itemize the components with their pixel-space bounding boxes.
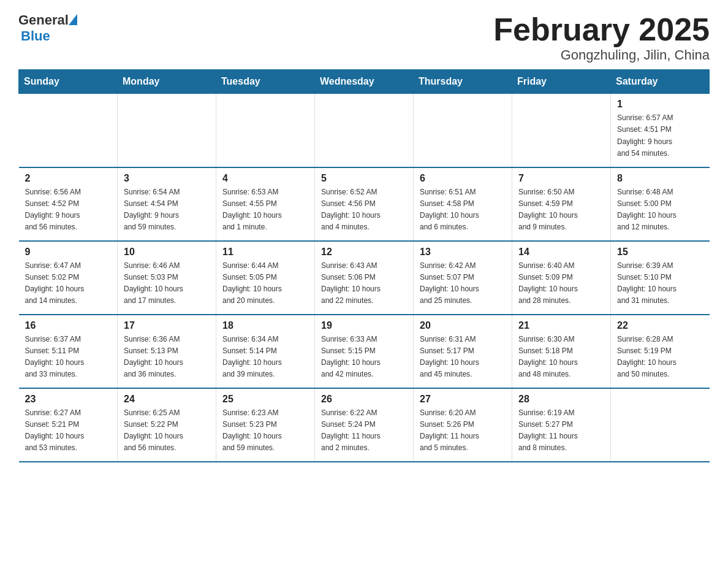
day-info: Sunrise: 6:57 AMSunset: 4:51 PMDaylight:… (617, 112, 703, 159)
logo: General Blue (18, 12, 77, 44)
calendar-cell: 14Sunrise: 6:40 AMSunset: 5:09 PMDayligh… (512, 241, 611, 315)
header-wednesday: Wednesday (315, 70, 414, 94)
day-info: Sunrise: 6:30 AMSunset: 5:18 PMDaylight:… (518, 334, 604, 381)
day-info: Sunrise: 6:42 AMSunset: 5:07 PMDaylight:… (420, 260, 506, 307)
day-info: Sunrise: 6:25 AMSunset: 5:22 PMDaylight:… (124, 407, 210, 454)
calendar-cell: 27Sunrise: 6:20 AMSunset: 5:26 PMDayligh… (414, 388, 512, 462)
day-number: 3 (124, 173, 210, 184)
day-info: Sunrise: 6:52 AMSunset: 4:56 PMDaylight:… (321, 186, 407, 234)
day-number: 8 (617, 173, 703, 184)
calendar-table: SundayMondayTuesdayWednesdayThursdayFrid… (18, 69, 710, 462)
calendar-cell: 7Sunrise: 6:50 AMSunset: 4:59 PMDaylight… (512, 167, 611, 241)
day-number: 15 (617, 247, 703, 258)
calendar-cell: 12Sunrise: 6:43 AMSunset: 5:06 PMDayligh… (315, 241, 414, 315)
calendar-cell (216, 94, 315, 167)
day-number: 7 (518, 173, 604, 184)
calendar-cell: 19Sunrise: 6:33 AMSunset: 5:15 PMDayligh… (315, 315, 414, 388)
day-info: Sunrise: 6:51 AMSunset: 4:58 PMDaylight:… (420, 186, 506, 234)
calendar-cell: 3Sunrise: 6:54 AMSunset: 4:54 PMDaylight… (118, 167, 216, 241)
calendar-cell: 24Sunrise: 6:25 AMSunset: 5:22 PMDayligh… (118, 388, 216, 462)
week-row-1: 1Sunrise: 6:57 AMSunset: 4:51 PMDaylight… (19, 94, 710, 167)
header-saturday: Saturday (611, 70, 710, 94)
calendar-cell: 8Sunrise: 6:48 AMSunset: 5:00 PMDaylight… (611, 167, 710, 241)
day-info: Sunrise: 6:40 AMSunset: 5:09 PMDaylight:… (518, 260, 604, 307)
day-info: Sunrise: 6:27 AMSunset: 5:21 PMDaylight:… (25, 407, 112, 454)
calendar-cell: 5Sunrise: 6:52 AMSunset: 4:56 PMDaylight… (315, 167, 414, 241)
day-number: 18 (222, 320, 308, 331)
day-number: 20 (420, 320, 506, 331)
day-number: 19 (321, 320, 407, 331)
day-number: 11 (222, 247, 308, 258)
day-number: 16 (25, 320, 112, 331)
calendar-cell: 25Sunrise: 6:23 AMSunset: 5:23 PMDayligh… (216, 388, 315, 462)
day-info: Sunrise: 6:20 AMSunset: 5:26 PMDaylight:… (420, 407, 506, 454)
calendar-cell: 10Sunrise: 6:46 AMSunset: 5:03 PMDayligh… (118, 241, 216, 315)
page-header: General Blue February 2025 Gongzhuling, … (18, 12, 710, 63)
day-number: 12 (321, 247, 407, 258)
day-info: Sunrise: 6:34 AMSunset: 5:14 PMDaylight:… (222, 334, 308, 381)
day-info: Sunrise: 6:56 AMSunset: 4:52 PMDaylight:… (25, 186, 112, 234)
day-info: Sunrise: 6:54 AMSunset: 4:54 PMDaylight:… (124, 186, 210, 234)
day-number: 24 (124, 394, 210, 405)
day-number: 21 (518, 320, 604, 331)
calendar-cell: 15Sunrise: 6:39 AMSunset: 5:10 PMDayligh… (611, 241, 710, 315)
day-number: 28 (518, 394, 604, 405)
day-info: Sunrise: 6:53 AMSunset: 4:55 PMDaylight:… (222, 186, 308, 234)
calendar-cell (315, 94, 414, 167)
calendar-cell: 23Sunrise: 6:27 AMSunset: 5:21 PMDayligh… (19, 388, 118, 462)
calendar-cell: 28Sunrise: 6:19 AMSunset: 5:27 PMDayligh… (512, 388, 611, 462)
calendar-cell: 6Sunrise: 6:51 AMSunset: 4:58 PMDaylight… (414, 167, 512, 241)
day-number: 10 (124, 247, 210, 258)
day-number: 26 (321, 394, 407, 405)
day-info: Sunrise: 6:28 AMSunset: 5:19 PMDaylight:… (617, 334, 703, 381)
calendar-title: February 2025 (493, 12, 710, 47)
week-row-4: 16Sunrise: 6:37 AMSunset: 5:11 PMDayligh… (19, 315, 710, 388)
header-sunday: Sunday (19, 70, 118, 94)
week-row-5: 23Sunrise: 6:27 AMSunset: 5:21 PMDayligh… (19, 388, 710, 462)
header-tuesday: Tuesday (216, 70, 315, 94)
day-info: Sunrise: 6:39 AMSunset: 5:10 PMDaylight:… (617, 260, 703, 307)
calendar-cell: 2Sunrise: 6:56 AMSunset: 4:52 PMDaylight… (19, 167, 118, 241)
calendar-cell (611, 388, 710, 462)
day-number: 4 (222, 173, 308, 184)
day-info: Sunrise: 6:48 AMSunset: 5:00 PMDaylight:… (617, 186, 703, 234)
day-number: 14 (518, 247, 604, 258)
day-info: Sunrise: 6:37 AMSunset: 5:11 PMDaylight:… (25, 334, 112, 381)
calendar-header-row: SundayMondayTuesdayWednesdayThursdayFrid… (19, 70, 710, 94)
logo-text-general: General (18, 12, 69, 28)
day-info: Sunrise: 6:23 AMSunset: 5:23 PMDaylight:… (222, 407, 308, 454)
day-info: Sunrise: 6:22 AMSunset: 5:24 PMDaylight:… (321, 407, 407, 454)
header-thursday: Thursday (414, 70, 512, 94)
day-number: 23 (25, 394, 112, 405)
header-monday: Monday (118, 70, 216, 94)
day-number: 17 (124, 320, 210, 331)
day-info: Sunrise: 6:47 AMSunset: 5:02 PMDaylight:… (25, 260, 112, 307)
calendar-cell: 16Sunrise: 6:37 AMSunset: 5:11 PMDayligh… (19, 315, 118, 388)
day-info: Sunrise: 6:46 AMSunset: 5:03 PMDaylight:… (124, 260, 210, 307)
day-number: 6 (420, 173, 506, 184)
day-number: 1 (617, 99, 703, 110)
calendar-cell: 13Sunrise: 6:42 AMSunset: 5:07 PMDayligh… (414, 241, 512, 315)
calendar-subtitle: Gongzhuling, Jilin, China (493, 47, 710, 63)
calendar-cell: 11Sunrise: 6:44 AMSunset: 5:05 PMDayligh… (216, 241, 315, 315)
logo-text-blue: Blue (21, 28, 50, 44)
day-info: Sunrise: 6:31 AMSunset: 5:17 PMDaylight:… (420, 334, 506, 381)
calendar-cell: 22Sunrise: 6:28 AMSunset: 5:19 PMDayligh… (611, 315, 710, 388)
calendar-cell: 20Sunrise: 6:31 AMSunset: 5:17 PMDayligh… (414, 315, 512, 388)
logo-triangle-icon (69, 14, 77, 25)
day-number: 13 (420, 247, 506, 258)
day-info: Sunrise: 6:33 AMSunset: 5:15 PMDaylight:… (321, 334, 407, 381)
calendar-cell (414, 94, 512, 167)
day-number: 22 (617, 320, 703, 331)
calendar-cell: 21Sunrise: 6:30 AMSunset: 5:18 PMDayligh… (512, 315, 611, 388)
day-number: 27 (420, 394, 506, 405)
calendar-cell: 1Sunrise: 6:57 AMSunset: 4:51 PMDaylight… (611, 94, 710, 167)
day-number: 5 (321, 173, 407, 184)
day-info: Sunrise: 6:36 AMSunset: 5:13 PMDaylight:… (124, 334, 210, 381)
calendar-cell: 17Sunrise: 6:36 AMSunset: 5:13 PMDayligh… (118, 315, 216, 388)
day-info: Sunrise: 6:19 AMSunset: 5:27 PMDaylight:… (518, 407, 604, 454)
week-row-3: 9Sunrise: 6:47 AMSunset: 5:02 PMDaylight… (19, 241, 710, 315)
header-friday: Friday (512, 70, 611, 94)
day-number: 2 (25, 173, 112, 184)
calendar-cell (19, 94, 118, 167)
